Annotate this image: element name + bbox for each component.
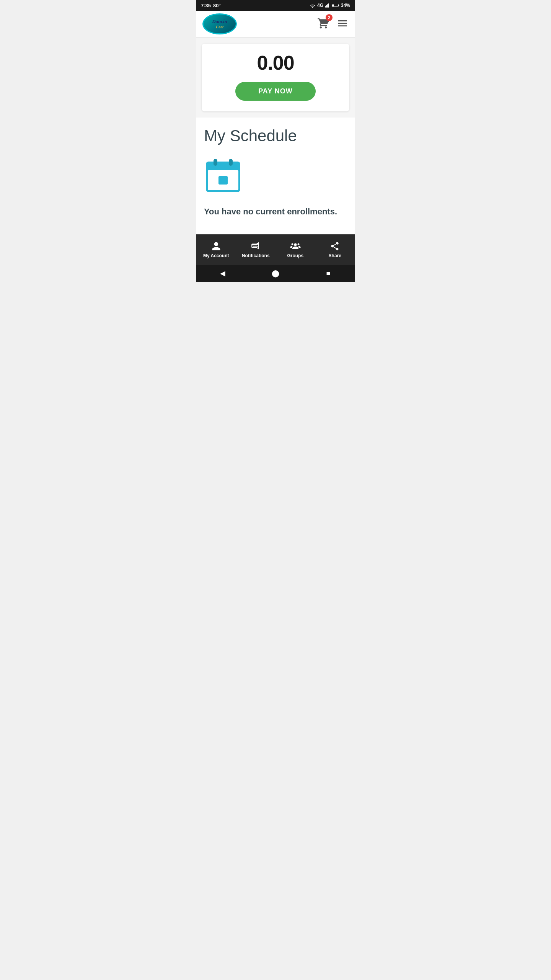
schedule-title: My Schedule — [204, 127, 347, 145]
status-bar: 7:35 80° 4G 34% — [196, 0, 355, 11]
nav-label-notifications: Notifications — [242, 253, 270, 258]
home-button[interactable]: ⬤ — [268, 266, 283, 281]
share-icon — [330, 241, 340, 251]
svg-rect-0 — [325, 6, 326, 7]
nav-label-groups: Groups — [287, 253, 303, 258]
megaphone-icon — [251, 241, 261, 251]
calendar-icon — [204, 156, 242, 194]
nav-item-share[interactable]: Share — [315, 235, 355, 265]
network-type: 4G — [317, 3, 323, 8]
main-content: 0.00 PAY NOW My Schedule You have no cur… — [196, 38, 355, 234]
svg-point-15 — [291, 243, 293, 245]
cart-button[interactable]: 2 — [317, 17, 329, 31]
signal-icon — [325, 3, 330, 8]
pay-now-button[interactable]: PAY NOW — [235, 82, 316, 101]
calendar-icon-wrapper — [204, 156, 347, 196]
svg-rect-1 — [326, 5, 327, 7]
svg-rect-13 — [218, 176, 228, 185]
status-right: 4G 34% — [310, 3, 350, 8]
svg-point-16 — [297, 243, 299, 245]
nav-label-share: Share — [329, 253, 341, 258]
time: 7:35 — [201, 3, 211, 8]
svg-point-14 — [294, 243, 297, 246]
nav-item-notifications[interactable]: Notifications — [236, 235, 276, 265]
schedule-section: My Schedule You have no current enrollme… — [196, 118, 355, 234]
wifi-icon — [310, 3, 316, 8]
logo-text-dancin: Dancin — [212, 19, 227, 24]
temperature: 80° — [213, 3, 221, 8]
system-nav-bar: ◀ ⬤ ■ — [196, 265, 355, 282]
logo-text-feet: Feet — [212, 24, 227, 29]
back-button[interactable]: ◀ — [215, 266, 230, 281]
battery-percent: 34% — [341, 3, 350, 8]
svg-rect-6 — [332, 5, 334, 7]
status-left: 7:35 80° — [201, 3, 221, 8]
svg-rect-3 — [328, 3, 329, 8]
nav-item-groups[interactable]: Groups — [276, 235, 315, 265]
svg-rect-9 — [206, 167, 240, 170]
menu-button[interactable] — [336, 17, 349, 31]
logo: Dancin Feet — [202, 13, 237, 34]
svg-rect-12 — [229, 159, 233, 166]
bottom-nav: My Account Notifications Groups Share — [196, 234, 355, 265]
nav-item-my-account[interactable]: My Account — [196, 235, 236, 265]
hamburger-icon — [336, 17, 349, 29]
svg-rect-11 — [214, 159, 217, 166]
payment-amount: 0.00 — [257, 51, 294, 74]
svg-rect-5 — [338, 5, 339, 6]
recent-apps-button[interactable]: ■ — [321, 266, 336, 281]
cart-badge: 2 — [326, 14, 333, 21]
battery-icon — [332, 3, 339, 8]
header-icons: 2 — [317, 17, 349, 31]
no-enrollments-text: You have no current enrollments. — [204, 206, 347, 217]
svg-rect-2 — [327, 4, 328, 7]
group-icon — [290, 241, 301, 251]
logo-oval: Dancin Feet — [202, 13, 237, 34]
person-icon — [211, 241, 221, 251]
nav-label-my-account: My Account — [203, 253, 229, 258]
app-header: Dancin Feet 2 — [196, 11, 355, 38]
payment-card: 0.00 PAY NOW — [202, 44, 349, 111]
